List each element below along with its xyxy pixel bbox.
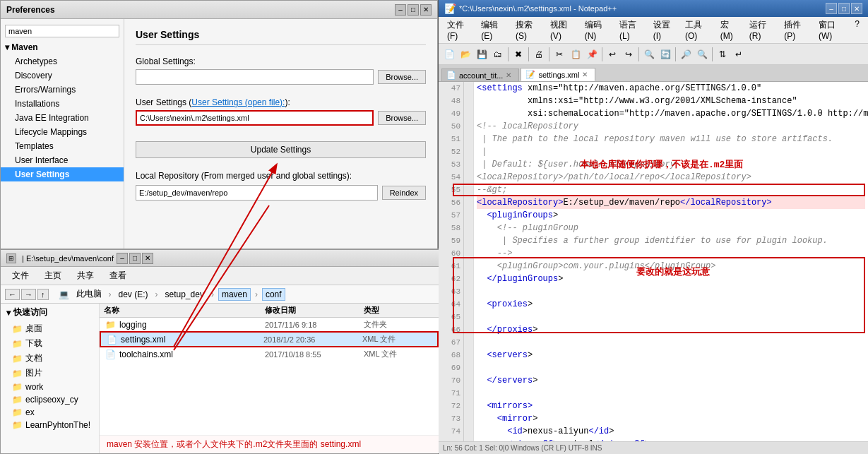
fe-file-list: 📁 logging 2017/11/6 9:18 文件夹 📄 settings.…	[100, 318, 439, 435]
fe-qa-docs[interactable]: 📁 文档	[1, 351, 99, 366]
np-tool-print[interactable]: 🖨	[531, 47, 547, 62]
np-tool-new[interactable]: 📄	[441, 47, 457, 62]
np-menu-help[interactable]: ?	[849, 18, 865, 42]
np-menu-view[interactable]: 视图(V)	[545, 18, 578, 42]
fe-qa-pics[interactable]: 📁 图片	[1, 366, 99, 381]
np-tool-wrap[interactable]: ↵	[731, 47, 747, 62]
user-settings-label: User Settings (User Settings (open file)…	[136, 97, 426, 107]
fe-bc-conf[interactable]: conf	[262, 288, 285, 301]
fe-item-logging[interactable]: 📁 logging 2017/11/6 9:18 文件夹	[100, 318, 439, 331]
sidebar-item-ui[interactable]: User Interface	[1, 153, 124, 167]
np-tool-cut[interactable]: ✂	[552, 47, 567, 62]
file-explorer-window: ⊞ | E:\setup_dev\maven\conf – □ ✕ 文件 主页 …	[1, 249, 439, 453]
update-settings-button[interactable]: Update Settings	[136, 141, 426, 158]
fe-qa-work[interactable]: 📁 work	[1, 381, 99, 393]
fe-bc-setup[interactable]: setup_dev	[162, 289, 207, 300]
global-browse-button[interactable]: Browse...	[378, 70, 426, 84]
sidebar-search-input[interactable]	[5, 25, 119, 37]
np-menu-plugins[interactable]: 插件(P)	[778, 18, 811, 42]
user-browse-button[interactable]: Browse...	[378, 111, 426, 125]
fe-col-name: 名称	[104, 305, 265, 316]
np-minimize-icon[interactable]: –	[826, 3, 837, 14]
np-menu-file[interactable]: 文件(F)	[441, 18, 474, 42]
fe-bc-sep4: ›	[252, 289, 261, 300]
np-line-numbers: 4748495051525354555657585960616263646566…	[439, 82, 464, 441]
fe-maximize-icon[interactable]: □	[129, 253, 141, 264]
np-tool-open[interactable]: 📂	[458, 47, 473, 62]
np-tab-account-close[interactable]: ✕	[506, 71, 511, 79]
fe-tab-files[interactable]: 文件	[5, 268, 36, 283]
np-tool-replace[interactable]: 🔄	[658, 47, 673, 62]
fe-bc-dev[interactable]: dev (E:)	[116, 289, 151, 300]
np-menu-language[interactable]: 语言(L)	[614, 18, 646, 42]
np-sep5	[638, 47, 639, 61]
np-tool-zoom-in[interactable]: 🔎	[678, 47, 694, 62]
np-tool-copy[interactable]: 📋	[568, 47, 583, 62]
fe-minimize-icon[interactable]: –	[117, 253, 128, 264]
fe-item-settings-xml[interactable]: 📄 settings.xml 2018/1/2 20:36 XML 文件	[100, 331, 439, 347]
sidebar-item-errors[interactable]: Errors/Warnings	[1, 83, 124, 97]
np-tool-redo[interactable]: ↪	[621, 47, 636, 62]
fe-forward-button[interactable]: →	[21, 289, 36, 300]
np-tool-paste[interactable]: 📌	[584, 47, 600, 62]
global-settings-input[interactable]	[136, 69, 374, 85]
np-menu-tools[interactable]: 工具(O)	[679, 18, 713, 42]
user-settings-input[interactable]	[136, 110, 374, 126]
maximize-icon[interactable]: □	[408, 4, 419, 16]
np-tool-sync[interactable]: ⇅	[715, 47, 730, 62]
np-menu-encoding[interactable]: 编码(N)	[579, 18, 612, 42]
np-tool-close[interactable]: ✖	[511, 47, 526, 62]
np-menu-run[interactable]: 运行(R)	[744, 18, 777, 42]
np-menu-search[interactable]: 搜索(S)	[510, 18, 543, 42]
fe-qa-ex[interactable]: 📁 ex	[1, 406, 99, 419]
sidebar-item-lifecycle[interactable]: Lifecycle Mappings	[1, 125, 124, 139]
fe-tab-home[interactable]: 主页	[37, 268, 69, 283]
fe-tab-view[interactable]: 查看	[102, 268, 133, 283]
fe-up-button[interactable]: ↑	[37, 289, 49, 300]
np-sep7	[712, 47, 713, 61]
fe-bc-sep3: ›	[208, 289, 217, 300]
np-menu-window[interactable]: 窗口(W)	[813, 18, 848, 42]
np-maximize-icon[interactable]: □	[838, 3, 850, 14]
fe-item-date-logging: 2017/11/6 9:18	[265, 321, 364, 329]
sidebar-item-templates[interactable]: Templates	[1, 139, 124, 153]
fe-tab-share[interactable]: 共享	[70, 268, 101, 283]
fe-qa-desktop[interactable]: 📁 桌面	[1, 321, 99, 336]
np-tool-save[interactable]: 💾	[474, 47, 489, 62]
fe-qa-learn[interactable]: 📁 LearnPyhtonThe!	[1, 419, 99, 431]
open-file-link[interactable]: User Settings (open file):	[191, 97, 285, 107]
np-tool-saveall[interactable]: 🗂	[490, 47, 506, 62]
np-tool-undo[interactable]: ↩	[605, 47, 620, 62]
reindex-button[interactable]: Reindex	[382, 186, 426, 200]
sidebar-item-user-settings[interactable]: User Settings	[1, 167, 124, 181]
np-tab-settings-close[interactable]: ✕	[582, 71, 588, 78]
np-menu-macro[interactable]: 宏(M)	[715, 18, 742, 42]
fe-item-type-settings: XML 文件	[362, 334, 433, 345]
np-tab-account[interactable]: 📄 account_tit... ✕	[441, 68, 519, 81]
sidebar-item-maven[interactable]: ▾ Maven	[1, 40, 124, 54]
fe-close-icon[interactable]: ✕	[142, 253, 153, 264]
fe-bc-computer[interactable]: 此电脑	[73, 287, 105, 301]
close-icon[interactable]: ✕	[420, 4, 432, 16]
fe-bc-maven[interactable]: maven	[218, 288, 251, 301]
sidebar-item-javaee[interactable]: Java EE Integration	[1, 111, 124, 125]
sidebar-item-installations[interactable]: Installations	[1, 97, 124, 111]
np-tool-zoom-out[interactable]: 🔍	[694, 47, 710, 62]
minimize-icon[interactable]: –	[395, 4, 406, 16]
np-close-icon[interactable]: ✕	[851, 3, 862, 14]
global-settings-label: Global Settings:	[136, 56, 426, 66]
sidebar-item-archetypes[interactable]: Archetypes	[1, 54, 124, 68]
fe-qa-download[interactable]: 📁 下载	[1, 336, 99, 351]
np-menu-edit[interactable]: 编辑(E)	[475, 18, 509, 42]
fe-qa-eclipse[interactable]: 📁 eclipseoxy_cy	[1, 393, 99, 406]
local-repo-input[interactable]	[136, 185, 378, 201]
sidebar-item-discovery[interactable]: Discovery	[1, 68, 124, 83]
np-tool-find[interactable]: 🔍	[641, 47, 657, 62]
np-tab-settings[interactable]: 📝 settings.xml ✕	[521, 68, 595, 81]
np-menu-settings[interactable]: 设置(I)	[648, 18, 678, 42]
notepad-window: 📝 *C:\Users\nexin\.m2\settings.xml - Not…	[438, 0, 868, 454]
fe-annotation: maven 安装位置，或者个人文件夹下的.m2文件夹里面的 setting.xm…	[100, 435, 439, 453]
fe-back-button[interactable]: ←	[5, 289, 20, 300]
fe-item-toolchains[interactable]: 📄 toolchains.xml 2017/10/18 8:55 XML 文件	[100, 347, 439, 361]
np-code-area[interactable]: <settings xmlns="http://maven.apache.org…	[474, 82, 868, 441]
